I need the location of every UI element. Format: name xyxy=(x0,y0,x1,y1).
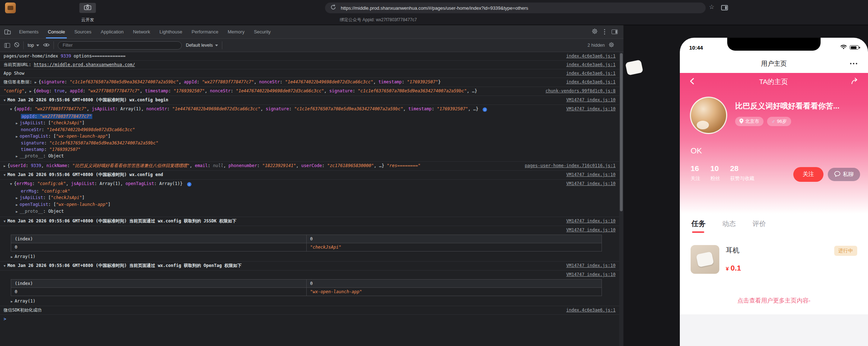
screenshot-button[interactable] xyxy=(79,3,96,13)
source-link[interactable]: VM14747 index.js:10 xyxy=(566,172,616,178)
table-header-cell[interactable]: 0 xyxy=(306,235,602,243)
log-levels-selector[interactable]: Default levels xyxy=(186,43,218,48)
disclosure-triangle[interactable]: ▶ xyxy=(16,203,20,207)
console-sidebar-icon[interactable] xyxy=(4,43,10,48)
console-token: , xyxy=(260,106,265,111)
source-link[interactable]: index.4c6e3ae6.js:1 xyxy=(566,62,616,68)
devtools-tab-console[interactable]: Console xyxy=(43,25,70,38)
disclosure-triangle[interactable]: ▼ xyxy=(10,107,14,111)
share-icon[interactable] xyxy=(851,78,859,86)
console-message: "config", ▶ {debug: true, appId: "wx27f7… xyxy=(0,87,619,96)
disclosure-triangle[interactable]: ▼ xyxy=(4,264,8,268)
devtools-tab-sources[interactable]: Sources xyxy=(70,25,96,38)
source-link[interactable]: chunk-vendors.99f8d1c0.js:8 xyxy=(546,88,616,94)
disclosure-triangle[interactable]: ▶ xyxy=(11,300,15,303)
devtools-tab-security[interactable]: Security xyxy=(249,25,275,38)
cloud-dev-label[interactable]: 云开发 xyxy=(74,17,101,23)
console-token: __proto__ xyxy=(20,209,43,214)
table-header-cell[interactable]: (index) xyxy=(11,280,307,288)
context-selector[interactable]: top xyxy=(28,43,39,48)
stat-followers[interactable]: 10 粉丝 xyxy=(710,164,720,182)
devtools-tab-network[interactable]: Network xyxy=(128,25,155,38)
tab-reviews[interactable]: 评价 xyxy=(752,219,766,229)
tab-tasks[interactable]: 任务 xyxy=(691,219,706,233)
more-options-icon[interactable] xyxy=(604,29,605,35)
console-token: : Object xyxy=(43,209,64,214)
console-prompt[interactable]: > xyxy=(0,315,619,323)
devtools-tab-application[interactable]: Application xyxy=(96,25,129,38)
table-raw-toggle: ▶ Array(1) xyxy=(10,253,616,260)
scrollbar-thumb[interactable] xyxy=(620,53,623,211)
disclosure-triangle[interactable]: ▼ xyxy=(4,98,8,102)
source-link[interactable]: index.4c6e3ae6.js:1 xyxy=(566,307,616,313)
console-token: debug xyxy=(36,88,49,93)
source-link[interactable]: index.4c6e3ae6.js:1 xyxy=(566,53,616,59)
clear-console-icon[interactable] xyxy=(14,42,19,49)
back-icon[interactable] xyxy=(688,77,696,87)
disclosure-triangle[interactable]: ▶ xyxy=(34,80,38,84)
disclosure-triangle[interactable]: ▶ xyxy=(11,255,15,259)
disclosure-triangle[interactable]: ▶ xyxy=(16,135,20,138)
devtools-tab-performance[interactable]: Performance xyxy=(187,25,223,38)
source-link[interactable]: index.4c6e3ae6.js:1 xyxy=(566,70,616,77)
disclosure-triangle[interactable]: ▼ xyxy=(10,182,14,186)
table-header-cell[interactable]: 0 xyxy=(306,280,602,288)
disclosure-triangle[interactable]: ▶ xyxy=(16,196,20,200)
source-link[interactable]: VM14747 index.js:10 xyxy=(566,97,616,103)
follow-button[interactable]: 关注 xyxy=(793,167,823,182)
console-token: : xyxy=(168,88,173,93)
devtools-tab-elements[interactable]: Elements xyxy=(14,25,43,38)
disclosure-triangle[interactable]: ▶ xyxy=(16,210,20,213)
source-link[interactable]: VM14747 index.js:10 xyxy=(566,263,616,269)
console-settings-gear-icon[interactable] xyxy=(609,42,614,49)
table-header-cell[interactable]: (index) xyxy=(11,235,307,243)
console-token: : xyxy=(36,189,41,194)
devtools-tab-memory[interactable]: Memory xyxy=(223,25,249,38)
source-link[interactable]: VM14747 index.js:10 xyxy=(566,227,616,233)
more-menu-icon[interactable] xyxy=(850,63,858,65)
camera-icon xyxy=(84,5,91,11)
logged-url[interactable]: https://middle.prod.shanxuanwenhua.com/ xyxy=(34,62,135,67)
profile-tabs: 任务 动态 评价 xyxy=(680,214,868,233)
disclosure-triangle[interactable]: ▶ xyxy=(29,89,33,93)
console-token: App Show xyxy=(4,71,24,76)
hidden-messages-count[interactable]: 2 hidden xyxy=(588,43,605,48)
source-link[interactable]: pages-user-home-index.716c0116.js:1 xyxy=(525,163,616,169)
view-more-link[interactable]: 点击查看用户更多主页内容- xyxy=(680,297,868,305)
eye-icon[interactable] xyxy=(43,42,50,49)
reload-icon[interactable] xyxy=(330,4,336,12)
chat-button[interactable]: 私聊 xyxy=(828,168,860,181)
source-link[interactable]: VM14747 index.js:10 xyxy=(566,272,616,278)
source-link[interactable]: VM14747 index.js:10 xyxy=(566,218,616,224)
source-link[interactable]: index.4c6e3ae6.js:1 xyxy=(566,79,616,85)
console-token: timestamp xyxy=(145,88,168,93)
disclosure-triangle[interactable]: ▼ xyxy=(4,220,8,223)
side-panel-icon[interactable] xyxy=(721,5,728,10)
filter-input[interactable] xyxy=(58,41,182,50)
devtools-tab-lighthouse[interactable]: Lighthouse xyxy=(155,25,187,38)
console-message-text: 当前页面URL: https://middle.prod.shanxuanwen… xyxy=(4,62,561,68)
source-link[interactable]: VM14747 index.js:10 xyxy=(566,106,616,112)
bound-appid-label: 绑定公众号 Appid: wx27f7803f778477c7 xyxy=(340,17,417,23)
source-link[interactable]: VM14747 index.js:10 xyxy=(566,181,616,187)
stat-likes-favorites[interactable]: 28 获赞与收藏 xyxy=(730,164,755,182)
dock-side-icon[interactable] xyxy=(612,29,618,34)
address-bar[interactable]: https://middle.prod.shanxuanwenhua.com/#… xyxy=(325,3,706,13)
gear-icon[interactable] xyxy=(592,28,598,36)
tab-moments[interactable]: 动态 xyxy=(722,219,736,229)
avatar[interactable] xyxy=(690,97,727,134)
extension-icon[interactable] xyxy=(5,3,16,13)
device-toolbar-icon[interactable] xyxy=(4,29,11,34)
disclosure-triangle[interactable]: ▶ xyxy=(16,121,20,125)
stat-following[interactable]: 16 关注 xyxy=(691,164,700,182)
disclosure-triangle[interactable]: ▼ xyxy=(4,173,8,177)
disclosure-triangle[interactable]: ▶ xyxy=(16,154,20,158)
object-property-row: nonceStr: "1e447674022b49698de072d3ca66c… xyxy=(16,126,616,133)
task-list-item[interactable]: 耳机 进行中 ¥0.1 xyxy=(691,245,857,274)
console-token: : xyxy=(280,79,285,84)
info-badge-icon: i xyxy=(483,107,487,112)
disclosure-triangle[interactable]: ▶ xyxy=(4,164,8,168)
console-scrollbar[interactable] xyxy=(619,52,623,346)
bookmark-star-icon[interactable]: ☆ xyxy=(709,4,714,10)
url-text[interactable]: https://middle.prod.shanxuanwenhua.com/#… xyxy=(341,5,528,11)
